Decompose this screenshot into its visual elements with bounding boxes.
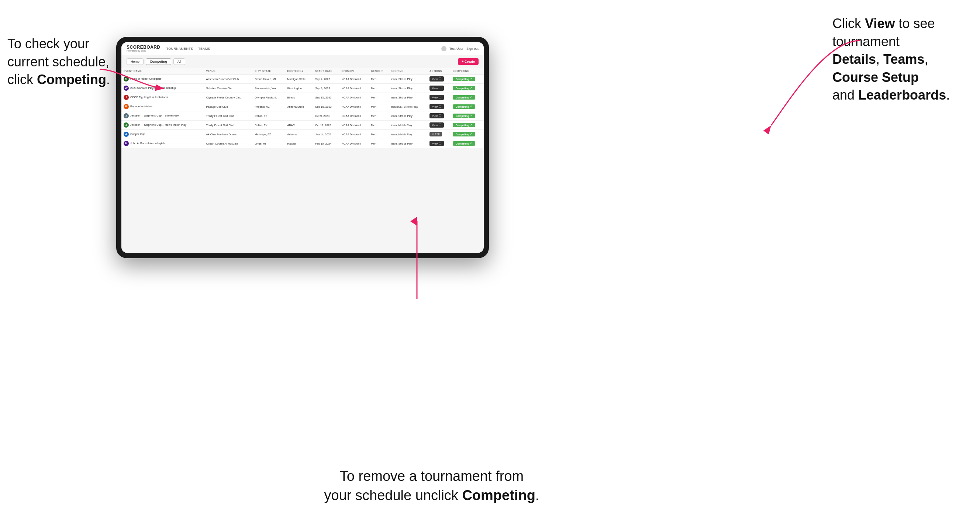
division-cell: NCAA Division I xyxy=(339,84,369,93)
col-competing: COMPETING xyxy=(450,68,484,75)
table-row: MFolds of Honor CollegiateAmerican Dunes… xyxy=(121,75,484,84)
view-button[interactable]: View ⓘ xyxy=(430,76,444,81)
scoring-cell: team, Stroke Play xyxy=(388,139,427,148)
gender-cell: Men xyxy=(369,139,388,148)
nav-right: Test User Sign out xyxy=(441,46,479,51)
brand-logo: SCOREBOARD Powered by clipp xyxy=(127,45,161,52)
hosted-cell: Illinois xyxy=(285,93,313,102)
division-cell: NCAA Division I xyxy=(339,139,369,148)
col-start: START DATE xyxy=(313,68,339,75)
col-scoring: SCORING xyxy=(388,68,427,75)
division-cell: NCAA Division I xyxy=(339,130,369,139)
competing-button[interactable]: Competing ✓ xyxy=(453,141,476,146)
venue-cell: Trinity Forest Golf Club xyxy=(204,121,252,130)
col-actions: ACTIONS xyxy=(427,68,450,75)
hosted-cell xyxy=(285,111,313,121)
city-cell: Olympia Fields, IL xyxy=(252,93,285,102)
event-name: OFCC Fighting Illini Invitational xyxy=(130,95,168,99)
event-name: Jackson T. Stephens Cup – Stroke Play xyxy=(130,114,179,117)
competing-button[interactable]: Competing ✓ xyxy=(453,77,476,81)
venue-cell: Sahalee Country Club xyxy=(204,84,252,93)
event-name: Jackson T. Stephens Cup – Men's Match Pl… xyxy=(130,123,186,127)
city-cell: Dallas, TX xyxy=(252,121,285,130)
event-name-cell: HJohn A. Burns Intercollegiate xyxy=(121,139,204,148)
view-button[interactable]: View ⓘ xyxy=(430,141,444,146)
city-cell: Dallas, TX xyxy=(252,111,285,121)
city-cell: Sammamish, WA xyxy=(252,84,285,93)
event-name: Papago Individual xyxy=(130,105,153,108)
competing-button[interactable]: Competing ✓ xyxy=(453,114,476,118)
filter-all[interactable]: All xyxy=(173,58,185,65)
venue-cell: Ocean Course At Hokuala xyxy=(204,139,252,148)
hosted-cell: Arizona xyxy=(285,130,313,139)
view-button[interactable]: View ⓘ xyxy=(430,104,444,109)
event-name-cell: JJackson T. Stephens Cup – Men's Match P… xyxy=(121,121,204,130)
table-row: HJohn A. Burns IntercollegiateOcean Cour… xyxy=(121,139,484,148)
city-cell: Phoenix, AZ xyxy=(252,102,285,111)
start-cell: Sep 9, 2023 xyxy=(313,84,339,93)
competing-button[interactable]: Competing ✓ xyxy=(453,123,476,127)
edit-button[interactable]: ✏ Edit xyxy=(430,132,442,137)
avatar xyxy=(441,46,447,51)
table-row: JJackson T. Stephens Cup – Men's Match P… xyxy=(121,121,484,130)
nav-teams[interactable]: TEAMS xyxy=(198,47,210,51)
actions-cell: View ⓘ xyxy=(427,93,450,102)
view-button[interactable]: View ⓘ xyxy=(430,113,444,118)
team-logo: P xyxy=(124,104,129,109)
view-button[interactable]: View ⓘ xyxy=(430,86,444,91)
competing-cell: Competing ✓ xyxy=(450,111,484,121)
view-button[interactable]: View ⓘ xyxy=(430,95,444,100)
gender-cell: Men xyxy=(369,111,388,121)
event-name: John A. Burns Intercollegiate xyxy=(130,141,165,145)
brand-sub: Powered by clipp xyxy=(127,49,161,52)
competing-button[interactable]: Competing ✓ xyxy=(453,104,476,109)
actions-cell: View ⓘ xyxy=(427,139,450,148)
hosted-cell: Washington xyxy=(285,84,313,93)
tablet-screen: SCOREBOARD Powered by clipp TOURNAMENTS … xyxy=(121,42,484,253)
signout-link[interactable]: Sign out xyxy=(466,47,479,51)
col-hosted: HOSTED BY xyxy=(285,68,313,75)
gender-cell: Men xyxy=(369,121,388,130)
competing-cell: Competing ✓ xyxy=(450,130,484,139)
hosted-cell: Arizona State xyxy=(285,102,313,111)
scoring-cell: individual, Stroke Play xyxy=(388,102,427,111)
city-cell: Maricopa, AZ xyxy=(252,130,285,139)
competing-cell: Competing ✓ xyxy=(450,93,484,102)
nav-tournaments[interactable]: TOURNAMENTS xyxy=(166,47,193,51)
event-name-cell: ACopper Cup xyxy=(121,130,204,139)
tournaments-table: EVENT NAME VENUE CITY, STATE HOSTED BY S… xyxy=(121,68,484,148)
filter-competing[interactable]: Competing xyxy=(146,58,171,65)
create-button[interactable]: + Create xyxy=(458,58,479,65)
gender-cell: Men xyxy=(369,130,388,139)
view-button[interactable]: View ⓘ xyxy=(430,122,444,128)
division-cell: NCAA Division I xyxy=(339,121,369,130)
col-division: DIVISION xyxy=(339,68,369,75)
competing-button[interactable]: Competing ✓ xyxy=(453,132,476,137)
team-logo: I xyxy=(124,95,129,100)
competing-button[interactable]: Competing ✓ xyxy=(453,95,476,100)
table-row: PPapago IndividualPapago Golf ClubPhoeni… xyxy=(121,102,484,111)
table-row: W2023 Sahalee Players ChampionshipSahale… xyxy=(121,84,484,93)
division-cell: NCAA Division I xyxy=(339,102,369,111)
division-cell: NCAA Division I xyxy=(339,93,369,102)
scoring-cell: team, Stroke Play xyxy=(388,93,427,102)
start-cell: Jan 14, 2024 xyxy=(313,130,339,139)
tablet-frame: SCOREBOARD Powered by clipp TOURNAMENTS … xyxy=(116,37,489,258)
competing-cell: Competing ✓ xyxy=(450,139,484,148)
actions-cell: View ⓘ xyxy=(427,121,450,130)
app-navbar: SCOREBOARD Powered by clipp TOURNAMENTS … xyxy=(121,42,484,55)
table-row: JJackson T. Stephens Cup – Stroke PlayTr… xyxy=(121,111,484,121)
team-logo: A xyxy=(124,132,129,137)
actions-cell: View ⓘ xyxy=(427,75,450,84)
brand-name: SCOREBOARD xyxy=(127,45,161,49)
division-cell: NCAA Division I xyxy=(339,75,369,84)
nav-user: Test User xyxy=(449,47,463,51)
scoring-cell: team, Stroke Play xyxy=(388,84,427,93)
venue-cell: Papago Golf Club xyxy=(204,102,252,111)
filter-home[interactable]: Home xyxy=(127,58,143,65)
competing-button[interactable]: Competing ✓ xyxy=(453,86,476,90)
start-cell: Sep 15, 2023 xyxy=(313,93,339,102)
venue-cell: American Dunes Golf Club xyxy=(204,75,252,84)
actions-cell: View ⓘ xyxy=(427,102,450,111)
start-cell: Sep 18, 2023 xyxy=(313,102,339,111)
